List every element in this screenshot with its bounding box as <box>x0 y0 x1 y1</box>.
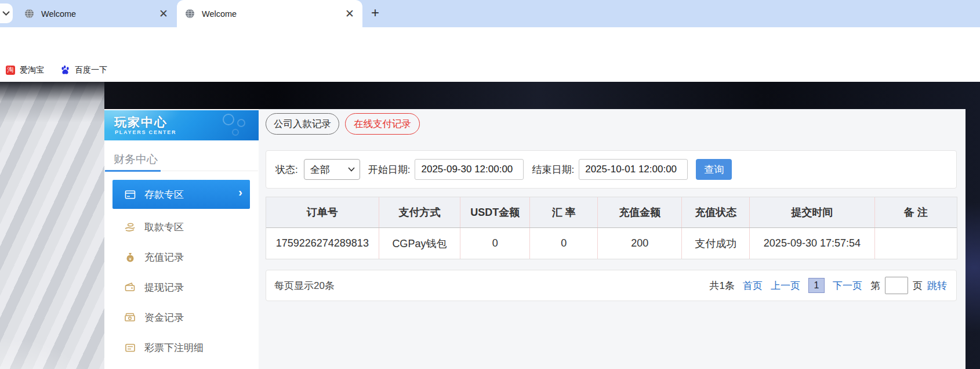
sidebar-item-withdrawal-records[interactable]: 提现记录 <box>104 273 259 302</box>
hand-money-icon <box>124 221 136 233</box>
sidebar-item-label: 存款专区 <box>144 188 184 201</box>
current-page-indicator: 1 <box>808 278 825 293</box>
new-tab-button[interactable]: + <box>371 6 379 20</box>
col-submit-time: 提交时间 <box>750 197 875 228</box>
sidebar-item-label: 提现记录 <box>144 281 184 294</box>
tab-search-button[interactable] <box>0 3 13 23</box>
baidu-paw-icon <box>60 65 70 75</box>
records-table: 订单号 支付方式 USDT金额 汇 率 充值金额 充值状态 提交时间 备 注 1… <box>266 197 957 259</box>
sidebar-item-withdraw-zone[interactable]: 取款专区 <box>104 212 259 241</box>
sidebar-item-label: 彩票下注明细 <box>144 341 204 354</box>
page-left-blur-background <box>0 82 104 369</box>
jump-prefix-text: 第 <box>870 279 880 292</box>
brand-subtitle: PLAYERS CENTER <box>115 129 176 135</box>
col-rate: 汇 率 <box>530 197 598 228</box>
list-icon <box>124 342 136 353</box>
end-date-input[interactable] <box>579 159 688 180</box>
status-label: 状态: <box>275 163 298 176</box>
browser-tab-2-active[interactable]: Welcome ✕ <box>177 0 362 27</box>
total-count-text: 共1条 <box>710 279 735 292</box>
sidebar-item-label: 取款专区 <box>144 220 184 234</box>
bookmark-aitaobao[interactable]: 淘 爱淘宝 <box>6 65 44 75</box>
sidebar-item-funds-records[interactable]: 资金记录 <box>104 303 259 332</box>
sidebar-brand-banner: 玩家中心 PLAYERS CENTER <box>104 110 259 140</box>
jump-suffix-text: 页 <box>913 279 923 292</box>
tab-close-icon[interactable]: ✕ <box>345 8 354 19</box>
tab-label: 公司入款记录 <box>274 118 331 131</box>
cell-recharge-amount: 200 <box>598 228 682 259</box>
brand-title: 玩家中心 <box>114 114 168 131</box>
tab-company-deposit-records[interactable]: 公司入款记录 <box>266 113 339 135</box>
status-select-value: 全部 <box>310 163 330 176</box>
tab-title: Welcome <box>41 9 159 19</box>
table-header-row: 订单号 支付方式 USDT金额 汇 率 充值金额 充值状态 提交时间 备 注 <box>266 197 957 228</box>
table-row: 1759226274289813 CGPay钱包 0 0 200 支付成功 20… <box>266 228 957 259</box>
sidebar-section-title: 财务中心 <box>114 152 158 167</box>
cell-remark <box>874 228 957 259</box>
globe-favicon-icon <box>185 9 195 19</box>
globe-favicon-icon <box>24 9 34 19</box>
next-page-link[interactable]: 下一页 <box>833 279 862 292</box>
gamepad-watermark-icon <box>218 113 253 136</box>
cell-rate: 0 <box>530 228 598 259</box>
filter-bar: 状态: 全部 开始日期: 结束日期: 查询 <box>266 150 957 189</box>
cell-pay-method: CGPay钱包 <box>379 228 460 259</box>
end-date-label: 结束日期: <box>532 163 574 176</box>
col-recharge-amount: 充值金额 <box>598 197 682 228</box>
search-button[interactable]: 查询 <box>696 159 732 180</box>
svg-text:¥: ¥ <box>128 256 132 261</box>
jump-go-link[interactable]: 跳转 <box>927 279 947 292</box>
page-jump-input[interactable] <box>885 277 908 294</box>
tab-title: Welcome <box>202 9 345 19</box>
tab-online-payment-records[interactable]: 在线支付记录 <box>345 113 420 135</box>
bookmarks-bar: 淘 爱淘宝 百度一下 <box>0 58 980 82</box>
status-select[interactable]: 全部 <box>304 159 360 180</box>
taobao-icon: 淘 <box>6 66 15 75</box>
col-usdt-amount: USDT金额 <box>460 197 530 228</box>
chevron-right-icon: › <box>238 186 242 199</box>
prev-page-link[interactable]: 上一页 <box>771 279 800 292</box>
sidebar-item-room-bet-records[interactable]: 房间投注记录 <box>104 360 259 369</box>
page-size-text: 每页显示20条 <box>274 279 335 292</box>
bookmark-baidu[interactable]: 百度一下 <box>60 65 107 75</box>
sidebar-item-deposit-zone[interactable]: 存款专区 › <box>112 180 250 209</box>
tab-label: 在线支付记录 <box>354 118 411 131</box>
cell-submit-time: 2025-09-30 17:57:54 <box>750 228 875 259</box>
browser-tab-strip: Welcome ✕ Welcome ✕ + <box>0 0 980 27</box>
sidebar-item-lottery-bet-detail[interactable]: 彩票下注明细 <box>104 333 259 362</box>
cell-recharge-status: 支付成功 <box>682 228 750 259</box>
col-order-id: 订单号 <box>266 197 379 228</box>
bookmark-label: 爱淘宝 <box>20 65 44 75</box>
bookmark-label: 百度一下 <box>75 65 107 75</box>
tab-close-icon[interactable]: ✕ <box>159 8 168 19</box>
sidebar-item-label: 资金记录 <box>144 311 184 324</box>
col-recharge-status: 充值状态 <box>682 197 750 228</box>
chevron-down-icon <box>348 167 355 172</box>
col-remark: 备 注 <box>874 197 957 228</box>
sidebar-item-recharge-records[interactable]: ¥ 充值记录 <box>104 243 259 272</box>
browser-toolbar: ← → ↻ ⌂ js13.cc/hhcp/usercenter.html?ini… <box>0 27 980 58</box>
col-pay-method: 支付方式 <box>379 197 460 228</box>
start-date-label: 开始日期: <box>368 163 411 176</box>
start-date-input[interactable] <box>415 159 524 180</box>
sidebar-item-label: 充值记录 <box>144 251 184 264</box>
first-page-link[interactable]: 首页 <box>743 279 763 292</box>
browser-tab-1[interactable]: Welcome ✕ <box>16 0 176 27</box>
pagination-bar: 每页显示20条 共1条 首页 上一页 1 下一页 第 页 跳转 <box>266 270 957 301</box>
cell-order-id: 1759226274289813 <box>266 228 379 259</box>
deposit-card-icon <box>124 189 136 200</box>
cell-usdt-amount: 0 <box>460 228 530 259</box>
sidebar: 玩家中心 PLAYERS CENTER 财务中心 存款专区 › 取款专区 ¥ 充… <box>104 109 259 369</box>
wallet-icon <box>124 281 136 293</box>
sidebar-divider-accent <box>105 170 161 172</box>
chevron-down-icon <box>2 11 10 16</box>
cash-icon <box>124 312 136 323</box>
money-bag-icon: ¥ <box>124 251 136 263</box>
